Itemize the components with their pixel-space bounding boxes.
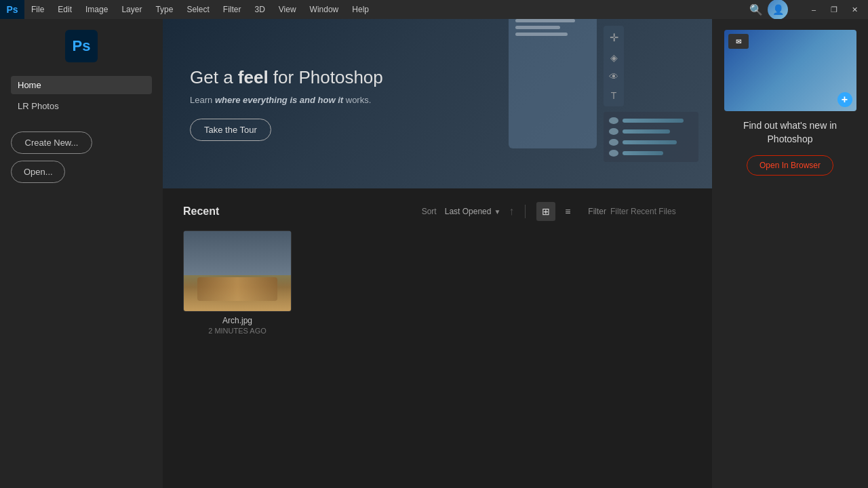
layer-row-4 — [609, 150, 693, 157]
list-view-button[interactable]: ≡ — [558, 202, 577, 221]
menu-help[interactable]: Help — [345, 0, 376, 19]
open-in-browser-button[interactable]: Open In Browser — [747, 155, 833, 176]
sidebar-item-lr-photos[interactable]: LR Photos — [11, 97, 152, 115]
menu-type[interactable]: Type — [149, 0, 180, 19]
content-area: Get a feel for Photoshop Learn where eve… — [163, 19, 712, 488]
user-avatar[interactable]: 👤 — [768, 0, 788, 20]
layer-eye-1 — [609, 117, 618, 124]
create-new-button[interactable]: Create New... — [11, 131, 92, 154]
landscape-preview — [184, 231, 291, 311]
speech-bubble — [509, 19, 597, 148]
text-icon: T — [611, 90, 617, 101]
layer-bar-3 — [623, 140, 677, 144]
tool-icons: ✛ ◈ 👁 T — [604, 26, 698, 162]
open-button[interactable]: Open... — [11, 161, 65, 183]
file-name: Arch.jpg — [222, 316, 252, 325]
minimize-button[interactable]: – — [804, 0, 823, 19]
recent-title: Recent — [183, 205, 219, 218]
sort-toggle-icon[interactable]: ↑ — [509, 205, 514, 218]
sidebar-item-home[interactable]: Home — [11, 76, 152, 94]
layers-panel — [604, 112, 698, 162]
hero-banner: Get a feel for Photoshop Learn where eve… — [163, 19, 712, 188]
eye-icon: 👁 — [609, 71, 618, 82]
filter-bar: Filter — [588, 207, 692, 216]
search-icon[interactable]: 🔍 — [746, 0, 766, 20]
hero-text: Get a feel for Photoshop Learn where eve… — [163, 47, 410, 161]
ps-logo: Ps — [0, 0, 24, 19]
recent-header: Recent Sort Last Opened ▼ ↑ ⊞ ≡ — [183, 202, 692, 221]
sidebar-nav: Home LR Photos — [0, 76, 163, 115]
recent-controls: Sort Last Opened ▼ ↑ ⊞ ≡ Filter — [422, 202, 692, 221]
menu-image[interactable]: Image — [79, 0, 115, 19]
hero-illustration: ✛ ◈ 👁 T — [509, 26, 698, 162]
menu-window[interactable]: Window — [303, 0, 346, 19]
menu-bar: File Edit Image Layer Type Select Filter… — [24, 0, 376, 19]
filter-input[interactable] — [610, 207, 692, 216]
layer-row-3 — [609, 139, 693, 146]
layer-bar-4 — [623, 151, 663, 155]
divider — [525, 205, 526, 218]
layer-row-2 — [609, 128, 693, 135]
move-icon: ✛ — [610, 31, 618, 44]
news-title: Find out what's new in Photoshop — [723, 119, 857, 146]
view-toggle-icons: ⊞ ≡ — [536, 202, 577, 221]
sort-arrow-icon: ▼ — [494, 208, 500, 216]
layer-row-1 — [609, 117, 693, 124]
sidebar-logo: Ps — [65, 30, 98, 62]
file-card[interactable]: Arch.jpg 2 MINUTES AGO — [183, 230, 292, 335]
recent-section: Recent Sort Last Opened ▼ ↑ ⊞ ≡ — [163, 188, 712, 488]
layer-bar-2 — [623, 129, 670, 134]
titlebar: Ps File Edit Image Layer Type Select Fil… — [0, 0, 868, 19]
menu-file[interactable]: File — [24, 0, 51, 19]
close-button[interactable]: ✕ — [845, 0, 864, 19]
sort-label: Sort — [422, 207, 437, 216]
hero-subtitle: Learn where everything is and how it wor… — [190, 95, 383, 105]
titlebar-left: Ps File Edit Image Layer Type Select Fil… — [0, 0, 376, 19]
plus-icon: + — [837, 92, 852, 107]
news-badge: ✉ — [728, 34, 749, 49]
filter-label: Filter — [588, 207, 606, 216]
main-layout: Ps Home LR Photos Create New... Open... … — [0, 19, 868, 488]
menu-3d[interactable]: 3D — [248, 0, 271, 19]
layer-eye-4 — [609, 150, 618, 157]
hero-title: Get a feel for Photoshop — [190, 67, 383, 88]
layer-bar-1 — [623, 119, 684, 123]
restore-button[interactable]: ❐ — [825, 0, 844, 19]
news-thumbnail: ✉ + — [724, 30, 856, 111]
file-time: 2 MINUTES AGO — [208, 327, 267, 335]
titlebar-right: 🔍 👤 – ❐ ✕ — [746, 0, 868, 20]
layers-icon: ◈ — [610, 52, 618, 63]
tool-panel: ✛ ◈ 👁 T — [604, 26, 624, 106]
sort-select[interactable]: Last Opened ▼ — [445, 207, 501, 216]
sidebar: Ps Home LR Photos Create New... Open... — [0, 19, 163, 488]
menu-layer[interactable]: Layer — [115, 0, 149, 19]
layer-eye-3 — [609, 139, 618, 146]
right-panel: ✉ + Find out what's new in Photoshop Ope… — [712, 19, 868, 488]
file-thumbnail — [183, 230, 292, 312]
layer-eye-2 — [609, 128, 618, 135]
sidebar-buttons: Create New... Open... — [0, 131, 163, 183]
recent-files: Arch.jpg 2 MINUTES AGO — [183, 230, 692, 335]
sort-section: Sort Last Opened ▼ ↑ — [422, 205, 515, 218]
menu-filter[interactable]: Filter — [216, 0, 248, 19]
grid-view-button[interactable]: ⊞ — [536, 202, 555, 221]
menu-edit[interactable]: Edit — [51, 0, 79, 19]
take-tour-button[interactable]: Take the Tour — [190, 119, 271, 141]
menu-select[interactable]: Select — [180, 0, 216, 19]
menu-view[interactable]: View — [272, 0, 303, 19]
